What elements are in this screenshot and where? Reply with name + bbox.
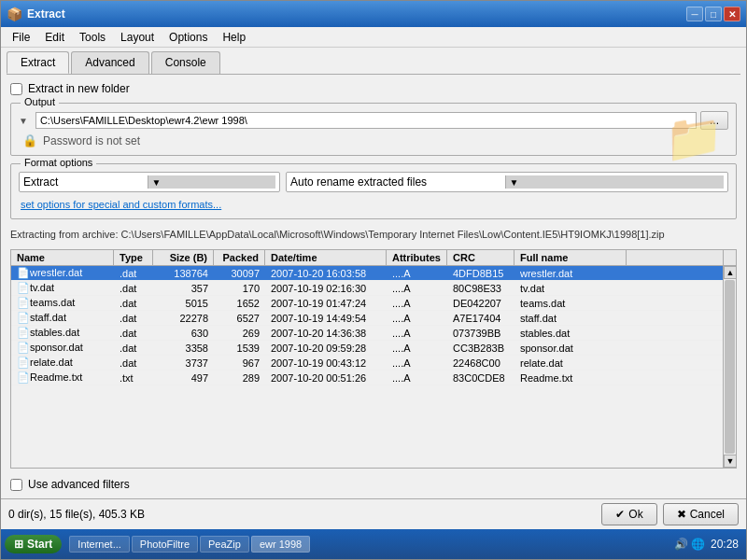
table-row[interactable]: 📄sponsor.dat .dat 3358 1539 2007-10-20 0… [11,341,723,356]
format-row: Extract ▼ Auto rename extracted files ▼ [19,172,728,192]
col-header-size[interactable]: Size (B) [153,250,214,265]
advanced-filters-label: Use advanced filters [28,478,130,491]
taskbar-item[interactable]: PhotoFiltre [132,536,198,553]
cell-date: 2007-10-20 09:59:28 [265,342,387,355]
cell-fullname: staff.dat [514,312,627,325]
format-select[interactable]: Extract ▼ [19,172,280,192]
format-select-value: Extract [23,175,144,189]
rename-select-value: Auto rename extracted files [290,175,501,189]
col-header-packed[interactable]: Packed [214,250,265,265]
status-bar: 0 dir(s), 15 file(s), 405.3 KB ✔ Ok ✖ Ca… [1,498,746,529]
cell-fullname: sponsor.dat [514,342,627,355]
cell-fullname: relate.dat [514,357,627,370]
action-buttons: ✔ Ok ✖ Cancel [601,503,739,525]
cell-attr: ....A [387,371,447,385]
cell-type: .dat [114,282,153,295]
status-summary: 0 dir(s), 15 file(s), 405.3 KB [8,508,145,521]
menu-tools[interactable]: Tools [72,29,113,46]
table-row[interactable]: 📄tv.dat .dat 357 170 2007-10-19 02:16:30… [11,281,723,296]
cell-size: 357 [153,282,214,295]
cell-crc: 4DFD8B15 [447,267,514,280]
file-icon: 📄 [17,357,30,368]
cell-name: 📄tv.dat [11,281,114,295]
file-icon: 📄 [17,312,30,323]
cancel-icon: ✖ [677,508,686,521]
cell-name: 📄wrestler.dat [11,266,114,280]
menu-edit[interactable]: Edit [37,29,72,46]
tab-advanced[interactable]: Advanced [71,51,148,74]
cell-fullname: stables.dat [514,327,627,340]
taskbar-item[interactable]: PeaZip [200,536,249,553]
col-header-type[interactable]: Type [114,250,153,265]
file-table-scroll[interactable]: 📄wrestler.dat .dat 138764 30097 2007-10-… [11,266,723,468]
cell-type: .dat [114,297,153,310]
scrollbar[interactable]: ▲ ▼ [723,266,736,468]
scrollbar-thumb[interactable] [725,280,735,454]
scroll-down-button[interactable]: ▼ [724,455,736,468]
format-options-label: Format options [21,157,96,168]
output-group: Output 📁 ▼ ... 🔒 Password is not set [10,103,737,156]
ok-button[interactable]: ✔ Ok [601,503,656,525]
start-button[interactable]: ⊞ Start [5,535,62,553]
col-header-fullname[interactable]: Full name [514,250,627,265]
table-row[interactable]: 📄wrestler.dat .dat 138764 30097 2007-10-… [11,266,723,281]
tab-console[interactable]: Console [151,51,220,74]
cell-size: 3358 [153,342,214,355]
cell-packed: 30097 [214,267,265,280]
maximize-button[interactable]: □ [705,7,722,21]
tab-extract[interactable]: Extract [7,51,69,74]
cell-size: 630 [153,327,214,340]
start-label: Start [27,538,52,551]
ok-label: Ok [628,508,642,521]
ok-icon: ✔ [615,508,625,521]
custom-formats-link[interactable]: set options for special and custom forma… [21,199,221,210]
table-row[interactable]: 📄teams.dat .dat 5015 1652 2007-10-19 01:… [11,296,723,311]
scroll-up-button[interactable]: ▲ [724,266,736,279]
rename-select[interactable]: Auto rename extracted files ▼ [286,172,728,192]
cell-crc: DE042207 [447,297,514,310]
cell-date: 2007-10-19 14:49:54 [265,312,387,325]
col-header-name[interactable]: Name [11,250,114,265]
table-row[interactable]: 📄stables.dat .dat 630 269 2007-10-20 14:… [11,326,723,341]
menu-file[interactable]: File [5,29,37,46]
cell-fullname: wrestler.dat [514,267,627,280]
cell-size: 3737 [153,357,214,370]
taskbar-item[interactable]: Internet... [69,536,129,553]
taskbar-item[interactable]: ewr 1998 [251,536,310,553]
close-button[interactable]: ✕ [724,7,740,21]
table-row[interactable]: 📄Readme.txt .txt 497 289 2007-10-20 00:5… [11,371,723,385]
new-folder-label: Extract in new folder [28,82,130,95]
advanced-filters-checkbox[interactable] [10,479,22,491]
cell-fullname: teams.dat [514,297,627,310]
folder-watermark-icon: 📁 [665,111,723,165]
tab-content: Extract in new folder Output 📁 ▼ ... 🔒 P… [1,75,746,498]
menu-help[interactable]: Help [215,29,253,46]
output-group-label: Output [21,96,59,107]
file-icon: 📄 [17,267,30,278]
cell-size: 138764 [153,267,214,280]
cancel-button[interactable]: ✖ Cancel [663,503,739,525]
col-header-crc[interactable]: CRC [447,250,514,265]
start-icon: ⊞ [14,538,23,551]
format-dropdown-arrow: ▼ [148,175,276,189]
cell-attr: ....A [387,327,447,340]
col-header-attr[interactable]: Attributes [387,250,447,265]
cell-size: 22278 [153,312,214,325]
new-folder-checkbox[interactable] [10,83,22,95]
table-row[interactable]: 📄relate.dat .dat 3737 967 2007-10-19 00:… [11,356,723,371]
file-icon: 📄 [17,342,30,353]
minimize-button[interactable]: ─ [686,7,703,21]
cell-attr: ....A [387,357,447,370]
menu-options[interactable]: Options [162,29,215,46]
cell-packed: 289 [214,371,265,385]
col-header-date[interactable]: Date/time [265,250,387,265]
menu-layout[interactable]: Layout [113,29,162,46]
cell-size: 497 [153,371,214,385]
cell-attr: ....A [387,342,447,355]
table-row[interactable]: 📄staff.dat .dat 22278 6527 2007-10-19 14… [11,311,723,326]
menu-bar: File Edit Tools Layout Options Help [1,27,746,48]
path-row: ▼ ... [19,111,728,130]
file-table: Name Type Size (B) Packed Date/time Attr… [10,249,737,469]
cell-type: .dat [114,342,153,355]
output-path-input[interactable] [35,112,697,129]
